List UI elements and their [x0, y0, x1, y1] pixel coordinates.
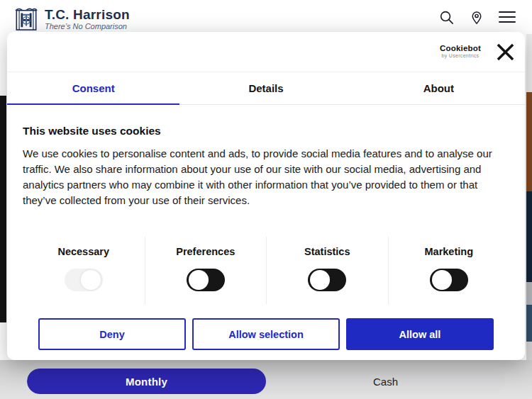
background-page-strip-right	[526, 282, 532, 305]
payment-toggle: Monthly Cash	[27, 369, 505, 394]
category-preferences: Preferences	[145, 237, 267, 304]
dialog-description: We use cookies to personalise content an…	[23, 146, 509, 208]
payment-toggle-monthly[interactable]: Monthly	[27, 369, 266, 394]
category-label: Necessary	[57, 246, 109, 257]
toggle-knob	[432, 270, 452, 290]
locations-button[interactable]	[467, 8, 486, 26]
consent-panel: This website uses cookies We use cookies…	[7, 105, 525, 350]
cookiebot-logo-byline: by Usercentrics	[440, 53, 481, 58]
allow-all-button[interactable]: Allow all	[346, 318, 494, 350]
category-label: Statistics	[304, 246, 350, 257]
cookiebot-logo-name: Cookiebot	[440, 44, 481, 52]
header-icons	[437, 8, 516, 26]
brand-tagline: There’s No Comparison	[45, 22, 130, 30]
brand-link[interactable]: T.C. Harrison There’s No Comparison	[14, 2, 130, 33]
preferences-toggle[interactable]	[187, 269, 225, 291]
category-statistics: Statistics	[266, 237, 388, 304]
tab-details[interactable]: Details	[179, 72, 352, 104]
search-icon	[438, 9, 455, 26]
cookiebot-logo[interactable]: Cookiebot by Usercentrics	[440, 44, 481, 58]
search-button[interactable]	[437, 8, 455, 26]
site-header: T.C. Harrison There’s No Comparison	[0, 0, 532, 34]
menu-button[interactable]	[498, 8, 516, 26]
dialog-title: This website uses cookies	[23, 125, 509, 137]
toggle-knob	[310, 270, 330, 290]
background-page-strip-right	[526, 191, 532, 282]
tab-consent[interactable]: Consent	[7, 72, 179, 104]
close-icon	[495, 42, 516, 62]
cookie-categories: Necessary Preferences Statistics Marketi…	[23, 237, 509, 304]
background-page-strip-right	[526, 34, 532, 92]
active-tab-underline	[7, 103, 179, 105]
background-page-strip-left	[0, 96, 6, 322]
cookie-consent-dialog: Cookiebot by Usercentrics Consent Detail…	[7, 32, 525, 360]
brand-text: T.C. Harrison There’s No Comparison	[45, 8, 130, 31]
allow-selection-button[interactable]: Allow selection	[192, 318, 340, 350]
marketing-toggle[interactable]	[430, 269, 468, 291]
page: T.C. Harrison There’s No Comparison	[0, 0, 532, 399]
background-page-bottom: Monthly Cash	[0, 360, 532, 399]
tc-harrison-crest-icon	[14, 6, 38, 33]
dialog-topbar: Cookiebot by Usercentrics	[7, 32, 525, 72]
toggle-knob	[81, 270, 101, 290]
category-marketing: Marketing	[388, 237, 510, 304]
location-pin-icon	[469, 9, 484, 26]
necessary-toggle	[65, 269, 103, 291]
background-page-strip-right	[526, 92, 532, 191]
toggle-knob	[189, 270, 209, 290]
payment-toggle-cash[interactable]: Cash	[266, 369, 505, 394]
category-label: Preferences	[176, 246, 235, 257]
deny-button[interactable]: Deny	[38, 318, 186, 350]
background-page-strip-right	[526, 342, 532, 360]
statistics-toggle[interactable]	[308, 269, 346, 291]
dialog-tabs: Consent Details About	[7, 72, 525, 105]
close-dialog-button[interactable]	[493, 40, 517, 64]
background-page-strip-right	[526, 305, 532, 342]
category-necessary: Necessary	[23, 237, 145, 304]
brand-name: T.C. Harrison	[45, 8, 130, 22]
consent-buttons: Deny Allow selection Allow all	[23, 304, 509, 350]
category-label: Marketing	[425, 246, 474, 257]
hamburger-menu-icon	[499, 11, 516, 23]
tab-about[interactable]: About	[353, 72, 525, 104]
